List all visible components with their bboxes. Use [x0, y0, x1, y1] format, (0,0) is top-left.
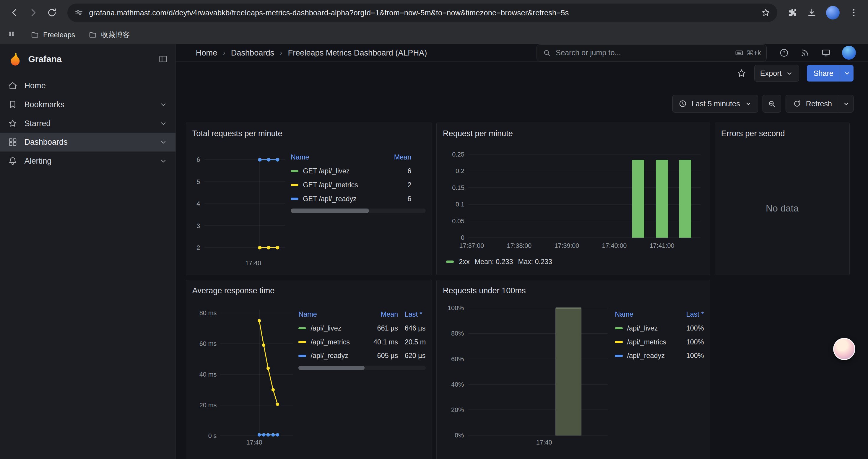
back-button[interactable] [6, 4, 23, 22]
share-button[interactable]: Share [807, 65, 854, 81]
sidebar-item-alerting[interactable]: Alerting [0, 152, 176, 170]
panel-title[interactable]: Requests under 100ms [443, 285, 704, 299]
series-swatch [299, 341, 306, 343]
help-icon[interactable]: ? [779, 48, 789, 58]
url-bar[interactable]: grafana.mathmast.com/d/deytv4rwavabkb/fr… [67, 4, 777, 22]
series-name[interactable]: /api/_livez [311, 324, 341, 332]
svg-text:20 ms: 20 ms [199, 402, 217, 409]
dashboard-toolbar: Export Share [176, 62, 868, 81]
legend-scrollbar[interactable] [291, 208, 426, 213]
legend-scrollbar-thumb[interactable] [291, 208, 369, 213]
site-settings-icon[interactable] [74, 8, 84, 18]
legend-scrollbar-thumb[interactable] [299, 366, 365, 370]
breadcrumb-item[interactable]: Freeleaps Metrics Dashboard (ALPHA) [288, 48, 427, 58]
sidebar-item-label: Home [24, 81, 168, 90]
legend-col-name[interactable]: Name [291, 153, 383, 161]
legend-row: /api/_readyz605 µs620 µs [299, 349, 426, 363]
series-name[interactable]: /api/_readyz [311, 352, 348, 360]
bookmark-folder-freeleaps[interactable]: Freeleaps [30, 30, 75, 39]
legend-value: 100% [673, 338, 704, 346]
browser-menu-icon[interactable] [848, 7, 859, 18]
sidebar-header: Grafana [0, 49, 176, 70]
sidebar-item-dashboards[interactable]: Dashboards [0, 133, 176, 152]
average-response-chart[interactable]: 80 ms60 ms40 ms20 ms0 s17:40 [192, 299, 295, 447]
legend-col-last[interactable]: Last * [405, 310, 426, 319]
share-menu-caret[interactable] [840, 65, 854, 81]
series-swatch [299, 355, 306, 357]
legend-header: NameLast * [615, 307, 704, 321]
refresh-interval-caret[interactable] [839, 95, 854, 112]
breadcrumb-separator: › [280, 48, 282, 58]
breadcrumb-item[interactable]: Home [196, 48, 217, 58]
sidebar-item-bookmarks[interactable]: Bookmarks [0, 95, 176, 114]
refresh-button[interactable]: Refresh [785, 95, 854, 112]
series-swatch [615, 355, 622, 357]
panel-title[interactable]: Errors per second [721, 127, 843, 142]
chevron-down-icon [159, 119, 168, 128]
news-rss-icon[interactable] [800, 48, 810, 58]
legend-value: 661 µs [367, 324, 398, 332]
legend-scrollbar[interactable] [299, 366, 426, 370]
favorite-star-icon[interactable] [737, 68, 747, 78]
bookmark-star-icon[interactable] [761, 8, 771, 18]
legend-row: /api/_livez100% [615, 321, 704, 335]
sidebar-item-starred[interactable]: Starred [0, 114, 176, 133]
svg-text:17:40: 17:40 [245, 260, 261, 267]
series-name[interactable]: /api/_metrics [627, 338, 666, 346]
request-per-minute-chart[interactable]: 0.250.20.150.10.05017:37:0017:38:0017:39… [443, 141, 704, 255]
reload-button[interactable] [43, 4, 61, 22]
panel-title[interactable]: Average response time [192, 285, 426, 299]
search-input[interactable]: Search or jump to... ⌘+k [536, 44, 767, 61]
bookmark-folder-blogs[interactable]: 收藏博客 [88, 30, 130, 40]
legend-col-name[interactable]: Name [615, 310, 673, 319]
user-avatar[interactable] [842, 46, 856, 60]
legend-col-name[interactable]: Name [299, 310, 367, 319]
series-name[interactable]: /api/_livez [627, 324, 658, 332]
grafana-logo[interactable] [8, 52, 23, 67]
apps-grid-icon[interactable] [8, 30, 17, 40]
panel-title[interactable]: Request per minute [443, 127, 704, 142]
series-name[interactable]: GET /api/_readyz [303, 195, 356, 203]
forward-button[interactable] [24, 4, 42, 22]
dashboard-panels: Total requests per minute 6543217:40 Nam… [176, 112, 868, 459]
series-name[interactable]: 2xx [459, 258, 469, 266]
sidebar-item-home[interactable]: Home [0, 76, 176, 95]
breadcrumb: Home›Dashboards›Freeleaps Metrics Dashbo… [196, 48, 427, 58]
total-requests-chart[interactable]: 6543217:40 [192, 141, 287, 270]
svg-text:17:37:00: 17:37:00 [459, 242, 484, 249]
time-range-picker[interactable]: Last 5 minutes [673, 95, 758, 112]
app-header: Home›Dashboards›Freeleaps Metrics Dashbo… [176, 44, 868, 62]
header-icons: ? [779, 46, 856, 60]
breadcrumb-item[interactable]: Dashboards [231, 48, 274, 58]
legend-col-mean[interactable]: Mean [367, 310, 398, 319]
home-icon [8, 80, 18, 91]
series-name[interactable]: /api/_metrics [311, 338, 350, 346]
star-icon [8, 119, 18, 129]
time-range-label: Last 5 minutes [691, 100, 740, 108]
panel-request-per-minute: Request per minute 0.250.20.150.10.05017… [436, 123, 710, 275]
monitor-icon[interactable] [821, 48, 831, 58]
under-100ms-chart[interactable]: 100%80%60%40%20%0%17:40 [443, 299, 612, 447]
sidebar-collapse-icon[interactable] [158, 54, 168, 64]
svg-text:80%: 80% [451, 330, 464, 337]
url-text[interactable]: grafana.mathmast.com/d/deytv4rwavabkb/fr… [89, 8, 756, 17]
zoom-out-button[interactable] [763, 95, 781, 112]
export-button[interactable]: Export [754, 65, 799, 81]
svg-text:40%: 40% [451, 381, 464, 388]
series-name[interactable]: GET /api/_metrics [303, 181, 358, 189]
legend-col-mean[interactable]: Mean [384, 153, 411, 161]
extensions-icon[interactable] [787, 7, 798, 18]
series-swatch [446, 261, 454, 263]
time-controls: Last 5 minutes Refresh [176, 95, 868, 112]
panel-title[interactable]: Total requests per minute [192, 127, 426, 142]
series-name[interactable]: GET /api/_livez [303, 167, 349, 175]
browser-profile-avatar[interactable] [826, 6, 840, 20]
legend-under-100ms: NameLast */api/_livez100%/api/_metrics10… [615, 307, 704, 363]
series-swatch [291, 198, 299, 200]
downloads-icon[interactable] [807, 7, 817, 18]
series-name[interactable]: /api/_readyz [627, 352, 664, 360]
brand-title: Grafana [28, 54, 152, 64]
legend-col-last[interactable]: Last * [673, 310, 704, 319]
search-icon [542, 48, 551, 57]
clock-icon [678, 99, 687, 108]
